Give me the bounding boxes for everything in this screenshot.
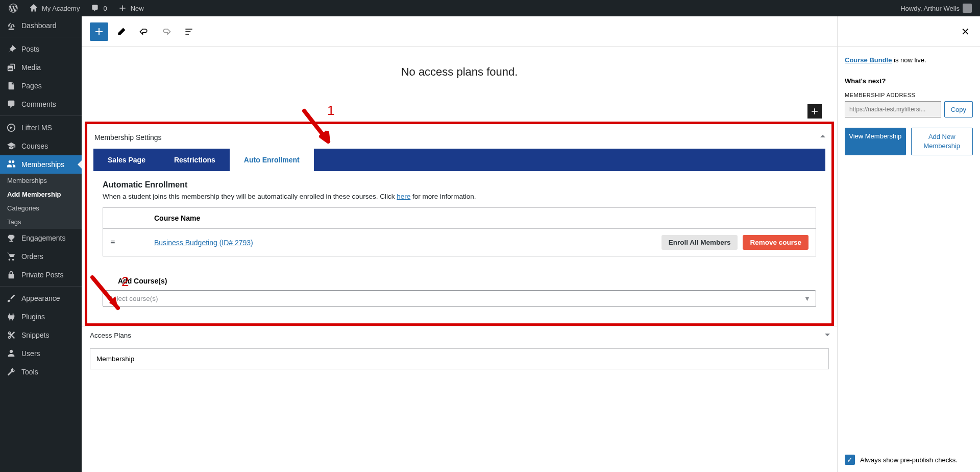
view-membership-button[interactable]: View Membership — [845, 128, 906, 155]
cart-icon — [6, 251, 16, 262]
comments-icon — [6, 99, 16, 109]
menu-pages[interactable]: Pages — [0, 77, 82, 95]
menu-memberships[interactable]: Memberships — [0, 155, 82, 174]
site-name: My Academy — [42, 5, 80, 12]
group-icon — [6, 159, 16, 170]
home-icon — [29, 3, 39, 13]
brush-icon — [6, 293, 16, 303]
menu-tools[interactable]: Tools — [0, 363, 82, 381]
table-header: Course Name — [103, 208, 816, 229]
menu-media[interactable]: Media — [0, 58, 82, 77]
submenu-tags[interactable]: Tags — [0, 215, 82, 229]
add-courses-section: Add Course(s) Select course(s) ▼ — [103, 277, 816, 307]
bundle-link[interactable]: Course Bundle — [845, 56, 892, 64]
page-icon — [6, 81, 16, 91]
remove-course-button[interactable]: Remove course — [743, 235, 808, 250]
more-info-link[interactable]: here — [397, 193, 410, 200]
drag-handle-icon[interactable]: ≡ — [110, 238, 154, 247]
select-placeholder: Select course(s) — [108, 295, 158, 302]
editor-area: No access plans found. 1 2 Membership Se… — [82, 16, 837, 472]
submenu-add-membership[interactable]: Add Membership — [0, 187, 82, 201]
copy-button[interactable]: Copy — [944, 101, 973, 117]
add-new-membership-button[interactable]: Add New Membership — [911, 128, 973, 155]
tab-restrictions[interactable]: Restrictions — [160, 149, 230, 171]
lifterlms-icon — [6, 123, 16, 133]
close-button[interactable]: ✕ — [958, 22, 973, 41]
site-link[interactable]: My Academy — [24, 0, 84, 16]
undo-button[interactable] — [135, 22, 153, 41]
admin-bar: My Academy 0 New Howdy, Arthur Wells — [0, 0, 980, 16]
submenu-categories[interactable]: Categories — [0, 201, 82, 215]
comments-count: 0 — [103, 5, 107, 12]
course-link[interactable]: Business Budgeting (ID# 2793) — [154, 239, 662, 247]
menu-dashboard[interactable]: Dashboard — [0, 16, 82, 35]
enroll-all-button[interactable]: Enroll All Members — [662, 235, 738, 250]
membership-box: Membership — [90, 348, 829, 369]
comment-icon — [90, 3, 100, 13]
address-label: MEMBERSHIP ADDRESS — [845, 92, 973, 98]
user-icon — [6, 348, 16, 359]
submenu-memberships-list[interactable]: Memberships — [0, 174, 82, 187]
menu-lifterlms[interactable]: LifterLMS — [0, 119, 82, 137]
wrench-icon — [6, 367, 16, 377]
expand-icon — [825, 334, 830, 339]
new-label: New — [131, 5, 144, 12]
editor-body: No access plans found. 1 2 Membership Se… — [82, 47, 837, 369]
menu-plugins[interactable]: Plugins — [0, 308, 82, 326]
wp-logo[interactable] — [4, 0, 22, 16]
separator — [0, 284, 82, 287]
access-plans-panel[interactable]: Access Plans — [82, 326, 837, 344]
address-input[interactable]: https://nadia-test.myliftersi... — [845, 101, 941, 117]
new-link[interactable]: New — [113, 0, 148, 16]
submenu-memberships: Memberships Add Membership Categories Ta… — [0, 174, 82, 229]
menu-comments[interactable]: Comments — [0, 95, 82, 113]
auto-enroll-desc: When a student joins this membership the… — [103, 193, 816, 200]
whats-next-heading: What's next? — [845, 77, 973, 85]
lock-icon — [6, 270, 16, 280]
table-row: ≡ Business Budgeting (ID# 2793) Enroll A… — [103, 229, 816, 256]
menu-appearance[interactable]: Appearance — [0, 289, 82, 308]
menu-courses[interactable]: Courses — [0, 137, 82, 155]
redo-button[interactable] — [157, 22, 176, 41]
panel-title[interactable]: Membership Settings — [93, 129, 825, 149]
greeting-text: Howdy, Arthur Wells — [900, 5, 960, 12]
add-block-button[interactable] — [90, 22, 108, 41]
chevron-down-icon: ▼ — [804, 295, 811, 302]
admin-sidebar: Dashboard Posts Media Pages Comments Lif… — [0, 16, 82, 472]
menu-users[interactable]: Users — [0, 344, 82, 363]
main-content: No access plans found. 1 2 Membership Se… — [82, 16, 980, 472]
editor-toolbar — [82, 16, 837, 47]
comments-link[interactable]: 0 — [86, 0, 111, 16]
menu-engagements[interactable]: Engagements — [0, 229, 82, 247]
menu-snippets[interactable]: Snippets — [0, 326, 82, 344]
trophy-icon — [6, 233, 16, 243]
panel-footer: ✓ Always show pre-publish checks. — [838, 447, 980, 472]
wordpress-icon — [8, 3, 18, 13]
menu-posts[interactable]: Posts — [0, 40, 82, 58]
edit-button[interactable] — [112, 22, 131, 41]
svg-text:1: 1 — [327, 105, 334, 118]
separator — [0, 35, 82, 37]
prepublish-checkbox[interactable]: ✓ — [845, 455, 855, 465]
course-table: Course Name ≡ Business Budgeting (ID# 27… — [103, 207, 816, 256]
membership-settings-panel: 1 2 Membership Settings Sales Page Restr… — [85, 122, 834, 326]
separator — [0, 113, 82, 116]
live-message: Course Bundle is now live. — [845, 56, 973, 64]
course-select[interactable]: Select course(s) ▼ — [103, 290, 816, 307]
plug-icon — [6, 312, 16, 322]
auto-enroll-title: Automatic Enrollment — [103, 180, 816, 190]
add-courses-label: Add Course(s) — [103, 277, 816, 285]
user-greeting[interactable]: Howdy, Arthur Wells — [896, 0, 976, 16]
tab-sales-page[interactable]: Sales Page — [93, 149, 160, 171]
cap-icon — [6, 141, 16, 151]
tab-auto-enrollment[interactable]: Auto Enrollment — [230, 149, 314, 171]
prepublish-label: Always show pre-publish checks. — [860, 456, 958, 464]
menu-orders[interactable]: Orders — [0, 247, 82, 266]
publish-panel: ✕ Course Bundle is now live. What's next… — [837, 16, 980, 472]
inline-add-block[interactable] — [807, 104, 822, 119]
no-access-text: No access plans found. — [82, 47, 837, 84]
collapse-icon — [820, 132, 825, 137]
menu-private-posts[interactable]: Private Posts — [0, 266, 82, 284]
outline-button[interactable] — [180, 22, 198, 41]
col-course-name: Course Name — [154, 214, 200, 222]
